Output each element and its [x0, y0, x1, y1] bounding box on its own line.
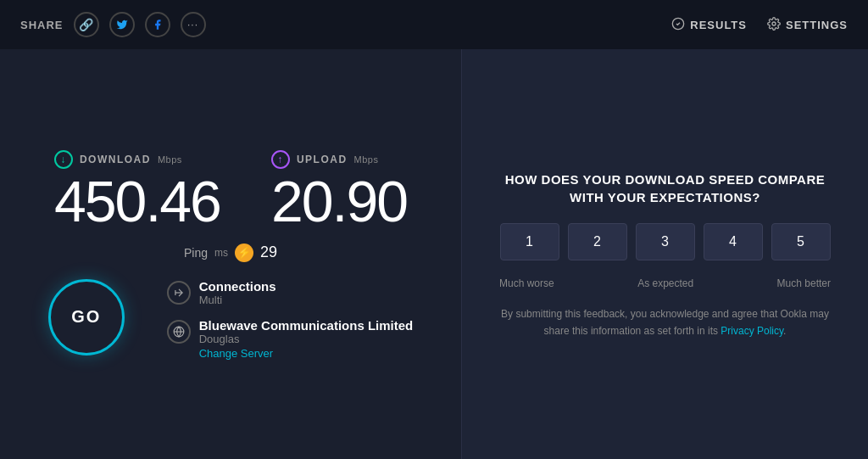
facebook-share-button[interactable] — [145, 12, 170, 37]
rating-row: 1 2 3 4 5 — [500, 223, 831, 260]
connections-title: Connections — [199, 279, 276, 294]
upload-icon: ↑ — [271, 150, 290, 169]
link-share-button[interactable]: 🔗 — [74, 12, 99, 37]
download-icon: ↓ — [54, 150, 73, 169]
rating-4-button[interactable]: 4 — [704, 223, 763, 260]
go-button[interactable]: GO — [48, 279, 125, 355]
ping-row: Ping ms ⚡ 29 — [184, 243, 277, 262]
settings-button[interactable]: SETTINGS — [767, 17, 848, 33]
label-much-worse: Much worse — [499, 277, 554, 289]
svg-point-1 — [772, 22, 776, 25]
privacy-text-end: . — [783, 325, 786, 337]
rating-2-button[interactable]: 2 — [568, 223, 627, 260]
speed-display: ↓ DOWNLOAD Mbps 450.46 ↑ UPLOAD Mbps 20.… — [54, 150, 407, 230]
share-label: SHARE — [20, 19, 64, 31]
rating-5-button[interactable]: 5 — [771, 223, 831, 260]
left-panel: ↓ DOWNLOAD Mbps 450.46 ↑ UPLOAD Mbps 20.… — [0, 49, 461, 459]
connections-icon — [167, 281, 191, 305]
connections-item: Connections Multi — [167, 279, 414, 306]
rating-labels: Much worse As expected Much better — [496, 277, 834, 289]
connections-text: Connections Multi — [199, 279, 276, 306]
survey-title: HOW DOES YOUR DOWNLOAD SPEED COMPARE WIT… — [496, 171, 834, 206]
rating-1-button[interactable]: 1 — [500, 223, 559, 260]
server-text: Bluewave Communications Limited Douglas … — [199, 318, 414, 361]
results-button[interactable]: RESULTS — [671, 17, 747, 33]
download-block: ↓ DOWNLOAD Mbps 450.46 — [54, 150, 220, 230]
label-much-better: Much better — [777, 277, 831, 289]
privacy-text: By submitting this feedback, you acknowl… — [496, 306, 834, 339]
label-as-expected: As expected — [637, 277, 693, 289]
privacy-policy-link[interactable]: Privacy Policy — [721, 325, 783, 337]
rating-3-button[interactable]: 3 — [636, 223, 695, 260]
main-content: ↓ DOWNLOAD Mbps 450.46 ↑ UPLOAD Mbps 20.… — [0, 49, 868, 459]
connections-value: Multi — [199, 294, 276, 306]
gear-icon — [767, 17, 781, 33]
server-icon — [167, 320, 191, 344]
twitter-share-button[interactable] — [109, 12, 135, 37]
change-server-link[interactable]: Change Server — [199, 347, 273, 360]
header-right: RESULTS SETTINGS — [671, 17, 848, 33]
more-share-button[interactable]: ··· — [181, 12, 206, 37]
settings-label: SETTINGS — [786, 19, 848, 31]
server-location: Douglas — [199, 333, 414, 345]
download-value: 450.46 — [54, 172, 220, 230]
server-name: Bluewave Communications Limited — [199, 318, 414, 333]
ping-unit: ms — [214, 247, 228, 259]
check-icon — [671, 17, 685, 33]
upload-value: 20.90 — [271, 172, 407, 230]
ping-label: Ping — [184, 246, 208, 260]
info-row: GO Connections Multi — [34, 279, 427, 361]
right-panel: HOW DOES YOUR DOWNLOAD SPEED COMPARE WIT… — [461, 49, 868, 459]
ping-icon: ⚡ — [235, 243, 253, 262]
upload-label: ↑ UPLOAD Mbps — [271, 150, 407, 169]
header: SHARE 🔗 ··· RESULTS SETTINGS — [0, 0, 868, 49]
ping-value: 29 — [260, 243, 277, 261]
upload-block: ↑ UPLOAD Mbps 20.90 — [271, 150, 407, 230]
server-info: Connections Multi Bluewave Commun — [167, 279, 414, 361]
server-item: Bluewave Communications Limited Douglas … — [167, 318, 414, 361]
results-label: RESULTS — [690, 19, 747, 31]
download-label: ↓ DOWNLOAD Mbps — [54, 150, 220, 169]
header-left: SHARE 🔗 ··· — [20, 12, 206, 37]
